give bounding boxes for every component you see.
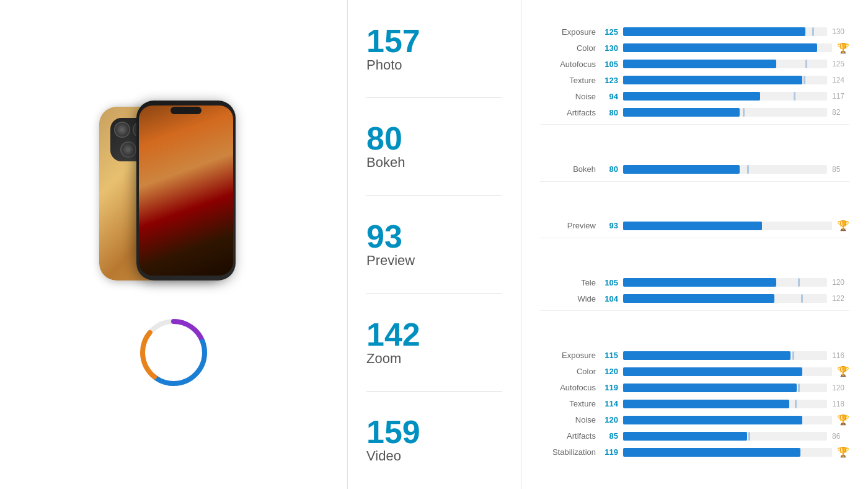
bar-container-photo-5 — [623, 108, 827, 117]
bar-fill-photo-2 — [623, 60, 776, 68]
section-divider-2 — [366, 293, 502, 294]
score-row-max-bokeh-0: 85 — [832, 165, 849, 174]
sub-label-video-0: Exposure — [540, 351, 596, 360]
bar-fill-photo-4 — [623, 92, 760, 101]
bar-fill-video-6 — [623, 448, 800, 457]
sub-value-photo-5: 80 — [601, 108, 618, 117]
score-number-bokeh: 80 — [366, 122, 502, 155]
sub-label-photo-3: Texture — [540, 76, 596, 85]
trophy-icon-video-1: 🏆 — [837, 366, 849, 377]
score-row-photo-1: Color 130 🏆 — [540, 41, 849, 55]
bar-container-zoom-1 — [623, 294, 827, 303]
bar-container-zoom-0 — [623, 278, 827, 287]
bar-container-photo-1 — [623, 43, 832, 52]
score-row-max-video-0: 116 — [832, 351, 849, 360]
score-row-max-video-3: 118 — [832, 400, 849, 408]
sub-value-photo-3: 123 — [601, 76, 618, 85]
score-row-photo-2: Autofocus 105 125 — [540, 57, 849, 71]
bar-fill-video-5 — [623, 432, 747, 441]
section-divider-3 — [366, 391, 502, 392]
section-divider-1 — [366, 195, 502, 196]
sub-label-preview-0: Preview — [540, 221, 596, 230]
bar-marker-photo-4 — [794, 92, 795, 101]
main-score-photo: 157 Photo — [366, 25, 502, 73]
sub-label-video-4: Noise — [540, 415, 596, 424]
bar-container-video-3 — [623, 400, 827, 408]
sub-label-video-5: Artifacts — [540, 431, 596, 441]
score-label-photo: Photo — [366, 57, 502, 73]
score-row-video-2: Autofocus 119 120 — [540, 381, 849, 395]
bar-fill-photo-1 — [623, 43, 817, 52]
score-row-zoom-1: Wide 104 122 — [540, 292, 849, 305]
sub-value-video-4: 120 — [601, 415, 618, 424]
bar-fill-video-1 — [623, 367, 802, 376]
bar-fill-zoom-1 — [623, 294, 774, 303]
bar-marker-video-3 — [795, 400, 797, 408]
bar-marker-zoom-1 — [801, 294, 803, 303]
sub-label-video-6: Stabilization — [540, 447, 596, 457]
bar-marker-photo-0 — [812, 27, 814, 36]
sub-label-bokeh-0: Bokeh — [540, 164, 596, 174]
camera-lens-3 — [122, 143, 135, 156]
sub-value-photo-1: 130 — [601, 43, 618, 53]
score-row-photo-3: Texture 123 124 — [540, 73, 849, 87]
score-row-max-photo-2: 125 — [832, 60, 849, 68]
sub-value-video-6: 119 — [601, 447, 618, 457]
sub-label-photo-0: Exposure — [540, 27, 596, 37]
score-row-max-photo-0: 130 — [832, 27, 849, 36]
score-row-video-1: Color 120 🏆 — [540, 365, 849, 379]
score-row-zoom-0: Tele 105 120 — [540, 276, 849, 289]
score-circle — [136, 315, 211, 390]
phone-image:  — [87, 94, 260, 293]
main-score-video: 159 Video — [366, 416, 502, 464]
score-row-max-photo-5: 82 — [832, 108, 849, 117]
dxomark-score-container — [136, 315, 211, 395]
bar-container-video-0 — [623, 351, 827, 360]
score-row-max-zoom-1: 122 — [832, 294, 849, 303]
sub-value-zoom-1: 104 — [601, 294, 618, 303]
score-label-preview: Preview — [366, 253, 502, 269]
score-label-zoom: Zoom — [366, 351, 502, 367]
bar-fill-photo-5 — [623, 108, 740, 117]
sub-value-preview-0: 93 — [601, 221, 618, 230]
score-label-bokeh: Bokeh — [366, 155, 502, 171]
bar-container-video-2 — [623, 384, 827, 392]
sub-value-video-2: 119 — [601, 383, 618, 392]
bar-container-photo-2 — [623, 60, 827, 68]
score-row-max-photo-3: 124 — [832, 76, 849, 84]
score-number-preview: 93 — [366, 220, 502, 253]
bar-fill-video-2 — [623, 384, 797, 392]
score-row-preview-0: Preview 93 🏆 — [540, 219, 849, 233]
phone-front — [136, 101, 236, 280]
bar-marker-bokeh-0 — [747, 165, 749, 174]
bar-container-photo-4 — [623, 92, 827, 101]
score-row-bokeh-0: Bokeh 80 85 — [540, 163, 849, 176]
score-group-video: Exposure 115 116 Color 120 🏆 Autofocus 1… — [540, 349, 849, 464]
bar-marker-photo-2 — [805, 60, 807, 68]
sub-label-photo-4: Noise — [540, 92, 596, 101]
score-row-video-5: Artifacts 85 86 — [540, 429, 849, 443]
score-group-preview: Preview 93 🏆 — [540, 219, 849, 238]
sub-value-photo-4: 94 — [601, 92, 618, 101]
right-panel: 157 Photo 80 Bokeh 93 Preview 142 Zoom 1… — [348, 0, 868, 489]
score-row-max-video-2: 120 — [832, 384, 849, 392]
bar-container-photo-3 — [623, 76, 827, 84]
sub-scores-column: Exposure 125 130 Color 130 🏆 Autofocus 1… — [521, 0, 868, 489]
bar-container-bokeh-0 — [623, 165, 827, 174]
main-score-bokeh: 80 Bokeh — [366, 122, 502, 171]
main-score-zoom: 142 Zoom — [366, 318, 502, 367]
score-row-photo-4: Noise 94 117 — [540, 89, 849, 103]
sub-value-video-0: 115 — [601, 351, 618, 360]
sub-label-zoom-1: Wide — [540, 294, 596, 303]
left-panel:  — [0, 0, 347, 489]
section-divider-0 — [366, 97, 502, 98]
bar-marker-video-5 — [748, 432, 750, 441]
score-number-video: 159 — [366, 416, 502, 448]
bar-fill-bokeh-0 — [623, 165, 740, 174]
dynamic-island — [170, 107, 202, 114]
bar-fill-preview-0 — [623, 222, 762, 230]
sub-value-zoom-0: 105 — [601, 278, 618, 287]
bar-fill-photo-0 — [623, 27, 805, 36]
bar-marker-video-0 — [792, 351, 794, 360]
bar-marker-photo-5 — [743, 108, 745, 117]
